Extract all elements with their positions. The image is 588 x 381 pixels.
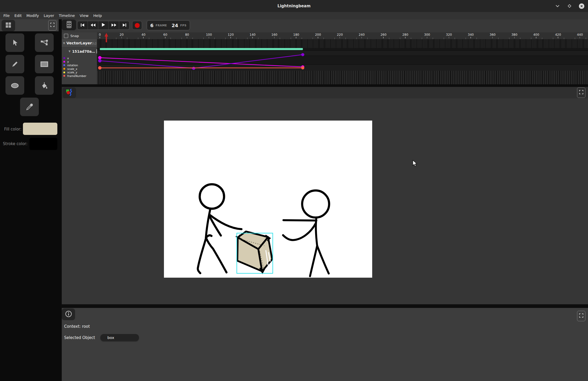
ruler-tick: 220 xyxy=(336,33,344,37)
tween-span-bar[interactable] xyxy=(100,48,303,50)
property-label: frameNumber xyxy=(67,74,86,78)
film-strip-button[interactable] xyxy=(62,20,76,30)
layer-suffix: [L] xyxy=(92,42,96,45)
expand-icon xyxy=(579,90,583,95)
frames-area[interactable]: 0204060801001201401601802002202402602803… xyxy=(97,32,588,84)
window-title: Lightningbeam xyxy=(277,4,310,8)
property-label: x xyxy=(67,57,69,60)
property-color-dot xyxy=(63,68,65,70)
frame-fps-display[interactable]: 6 FRAME 24 FPS xyxy=(147,20,190,30)
play-icon xyxy=(102,23,105,28)
stroke-color-swatch[interactable] xyxy=(29,138,57,150)
ruler-tick: 60 xyxy=(162,33,169,37)
record-button[interactable] xyxy=(132,21,142,30)
fps-value: 24 xyxy=(172,23,178,28)
path-tool-button[interactable] xyxy=(35,33,54,52)
property-color-dot xyxy=(63,64,65,66)
ruler-tick: 300 xyxy=(424,33,431,37)
maximize-button[interactable] xyxy=(567,3,572,9)
mouse-cursor xyxy=(412,160,417,168)
canvas-expand-button[interactable] xyxy=(577,87,585,98)
property-row-scale_x[interactable]: scale_x xyxy=(62,67,97,71)
select-tool-button[interactable] xyxy=(5,33,24,52)
rectangle-tool-button[interactable] xyxy=(35,55,54,73)
property-color-dot xyxy=(63,75,65,77)
property-row-x[interactable]: x xyxy=(62,56,97,60)
fast-forward-icon xyxy=(111,23,117,28)
skip-start-button[interactable] xyxy=(77,21,88,29)
film-strip-icon xyxy=(66,21,72,29)
canvas-toolbar xyxy=(62,87,588,98)
eyedropper-tool-button[interactable] xyxy=(20,98,39,116)
app-window: Lightningbeam FileEditModifyLayerTimelin… xyxy=(0,0,588,381)
stick-figure-left xyxy=(198,184,242,273)
snap-checkbox[interactable] xyxy=(64,34,68,38)
pencil-tool-button[interactable] xyxy=(5,55,24,73)
ruler-tick: 20 xyxy=(118,33,125,37)
fill-color-swatch[interactable] xyxy=(23,123,57,135)
ruler-tick: 440 xyxy=(576,33,584,37)
skip-end-icon xyxy=(122,23,126,28)
layer-row-vectorlayer[interactable]: ▼ VectorLayer[L] xyxy=(62,39,97,47)
timeline-ruler[interactable]: 0204060801001201401601802002202402602803… xyxy=(97,32,588,39)
close-button[interactable] xyxy=(579,3,584,9)
pencil-icon xyxy=(11,61,19,68)
selected-object-field[interactable]: box xyxy=(100,334,139,341)
tools-panel: Fill color: Stroke color: xyxy=(0,19,61,381)
record-icon xyxy=(135,23,140,28)
rewind-icon xyxy=(90,23,96,28)
fill-color-label: Fill color: xyxy=(4,127,22,132)
grid-icon xyxy=(5,22,11,29)
ruler-tick: 100 xyxy=(205,33,213,37)
info-button[interactable] xyxy=(62,308,75,320)
path-nodes-icon xyxy=(40,39,48,46)
property-row-frameNumber[interactable]: frameNumber xyxy=(62,74,97,78)
info-expand-button[interactable] xyxy=(577,311,585,321)
ruler-tick: 180 xyxy=(292,33,300,37)
property-label: rotation xyxy=(67,64,78,67)
panel-grid-button[interactable] xyxy=(2,20,15,31)
ruler-tick: 200 xyxy=(314,33,322,37)
info-icon xyxy=(65,311,72,318)
menu-item-modify[interactable]: Modify xyxy=(24,12,41,19)
property-row-rotation[interactable]: rotation xyxy=(62,63,97,67)
menu-item-view[interactable]: View xyxy=(77,12,91,19)
ruler-tick: 240 xyxy=(358,33,365,37)
play-button[interactable] xyxy=(98,21,109,29)
shapes-icon xyxy=(65,88,73,97)
shapes-mode-button[interactable] xyxy=(63,87,76,98)
menu-item-edit[interactable]: Edit xyxy=(12,12,24,19)
menu-item-help[interactable]: Help xyxy=(91,12,104,19)
fast-forward-button[interactable] xyxy=(109,21,119,29)
diamond-icon xyxy=(567,4,572,8)
info-panel: Context: root Selected Object box xyxy=(62,308,588,381)
menu-item-timeline[interactable]: Timeline xyxy=(57,12,77,19)
property-row-y[interactable]: y xyxy=(62,60,97,64)
ruler-tick: 380 xyxy=(511,33,518,37)
menu-item-file[interactable]: File xyxy=(1,12,12,19)
canvas-panel xyxy=(62,87,588,304)
timeline-body: Snap ▼ VectorLayer[L] ▼ 151ad70a… ~ xyro… xyxy=(62,32,588,84)
stroke-color-label: Stroke color: xyxy=(3,141,27,146)
layer-row-instance[interactable]: ▼ 151ad70a… ~ xyxy=(62,47,97,55)
skip-end-button[interactable] xyxy=(119,21,129,29)
minimize-button[interactable] xyxy=(555,3,560,9)
selected-object-label: Selected Object xyxy=(64,335,100,340)
property-label: scale_x xyxy=(67,67,77,70)
tools-expand-button[interactable] xyxy=(48,20,57,31)
ruler-tick: 0 xyxy=(96,33,103,37)
fps-label: FPS xyxy=(180,24,187,27)
stage[interactable] xyxy=(164,121,372,278)
rewind-button[interactable] xyxy=(88,21,98,29)
property-label: scale_y xyxy=(67,71,77,74)
track-band xyxy=(97,64,588,71)
playhead[interactable] xyxy=(104,32,109,43)
snap-label: Snap xyxy=(70,34,79,38)
layer-name: VectorLayer[L] xyxy=(66,41,96,45)
selected-object-row: Selected Object box xyxy=(64,334,139,341)
paint-bucket-tool-button[interactable] xyxy=(35,76,54,95)
property-row-scale_y[interactable]: scale_y xyxy=(62,70,97,74)
menu-item-layer[interactable]: Layer xyxy=(41,12,56,19)
ellipse-tool-button[interactable] xyxy=(5,76,24,95)
box-object xyxy=(236,231,272,273)
